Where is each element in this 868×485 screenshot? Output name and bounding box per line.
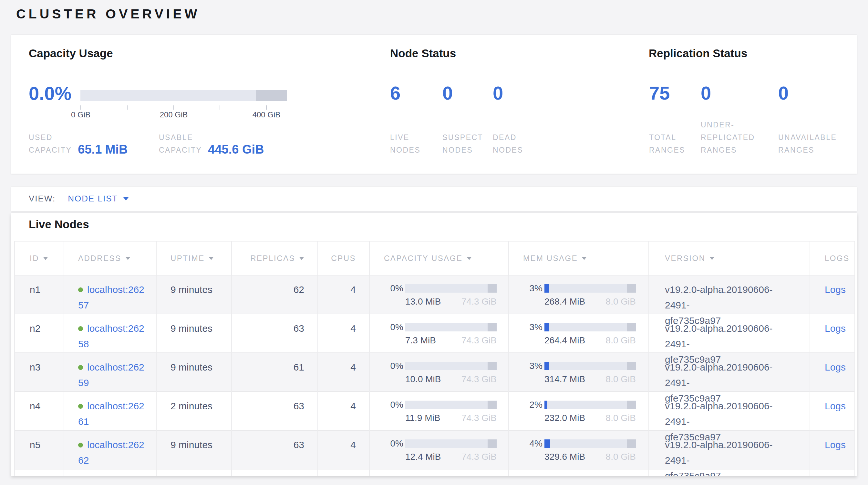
table-row-n3: n3localhost:262599 minutes6140%10.0 MiB7… [15, 352, 855, 391]
suspect-nodes-count: 0 [442, 83, 483, 103]
mem-used-value: 268.4 MiB [545, 296, 585, 307]
node-logs-link[interactable]: Logs [825, 439, 846, 450]
column-header-mem-usage[interactable]: MEM USAGE [508, 241, 648, 275]
column-header-address[interactable]: ADDRESS [64, 241, 156, 275]
sort-desc-icon [582, 257, 587, 260]
capacity-usage-bar-row: 0% [384, 361, 508, 371]
sort-desc-icon [299, 257, 304, 260]
node-logs-link[interactable]: Logs [825, 401, 846, 411]
capacity-usage-widget: 0%7.3 MiB74.3 GiB [370, 314, 508, 346]
dead-nodes-count: 0 [493, 83, 523, 103]
partial-cell [64, 469, 156, 476]
capacity-usage-bar-row: 0% [384, 438, 508, 449]
partial-cell [648, 469, 810, 476]
mem-usage-values: 268.4 MiB8.0 GiB [545, 296, 636, 307]
capacity-usage-bar [405, 323, 497, 332]
used-capacity-value: 65.1 MiB [78, 143, 128, 156]
node-address-link[interactable]: localhost:26259 [78, 362, 144, 388]
node-address-link[interactable]: localhost:26261 [78, 401, 144, 427]
column-header-replicas[interactable]: REPLICAS [231, 241, 317, 275]
view-dropdown[interactable]: NODE LIST [68, 194, 129, 204]
live-nodes-stat: 6 LIVE NODES [390, 83, 421, 156]
node-logs-cell: Logs [810, 431, 856, 476]
capacity-usage-bar [81, 90, 287, 101]
under-replicated-label: UNDER- REPLICATED RANGES [701, 119, 755, 156]
mem-usage-bar [545, 401, 636, 409]
view-label: VIEW: [29, 194, 56, 204]
sort-desc-icon [209, 257, 214, 260]
column-header-label: VERSION [665, 254, 706, 263]
table-row-n4: n4localhost:262612 minutes6340%11.9 MiB7… [15, 391, 855, 430]
capacity-usage-bar-cap-segment [488, 362, 497, 370]
table-row-n5: n5localhost:262629 minutes6340%12.4 MiB7… [15, 430, 855, 469]
mem-total-value: 8.0 GiB [606, 374, 636, 385]
capacity-total-value: 74.3 GiB [461, 335, 497, 346]
column-header-id[interactable]: ID [15, 241, 64, 275]
usable-capacity-stat: USABLE CAPACITY 445.6 GiB [159, 133, 264, 156]
capacity-usage-values: 13.0 MiB74.3 GiB [405, 296, 497, 307]
page-title: CLUSTER OVERVIEW [16, 6, 200, 21]
live-nodes-table: IDADDRESSUPTIMEREPLICASCPUSCAPACITY USAG… [14, 241, 855, 476]
table-row-partial [15, 469, 855, 476]
mem-usage-percent: 3% [523, 322, 542, 333]
capacity-usage-bar-cap-segment [488, 439, 497, 448]
mem-usage-widget: 3%268.4 MiB8.0 GiB [509, 276, 648, 307]
node-live-status-icon [78, 287, 83, 292]
mem-usage-bar-fill [545, 323, 549, 332]
node-logs-link[interactable]: Logs [825, 284, 846, 295]
mem-total-value: 8.0 GiB [606, 335, 636, 346]
axis-label-200: 200 GiB [160, 110, 188, 119]
suspect-nodes-stat: 0 SUSPECT NODES [442, 83, 483, 156]
capacity-usage-values: 7.3 MiB74.3 GiB [405, 335, 497, 346]
partial-cell [369, 469, 508, 476]
sort-desc-icon [467, 257, 472, 260]
column-header-version[interactable]: VERSION [648, 241, 810, 275]
sort-desc-icon [125, 257, 130, 260]
chevron-down-icon [123, 197, 129, 200]
mem-usage-bar-cap-segment [627, 323, 636, 332]
column-header-label: ADDRESS [78, 254, 121, 263]
capacity-used-value: 13.0 MiB [405, 296, 441, 307]
node-address-link[interactable]: localhost:26257 [78, 284, 144, 310]
node-logs-link[interactable]: Logs [825, 323, 846, 334]
capacity-total-value: 74.3 GiB [461, 296, 497, 307]
column-header-capacity-usage[interactable]: CAPACITY USAGE [369, 241, 508, 275]
axis-tick [127, 106, 128, 110]
used-capacity-stat: USED CAPACITY 65.1 MiB [29, 133, 128, 156]
axis-tick [174, 106, 174, 110]
capacity-usage-cell: 0%12.4 MiB74.3 GiB [369, 431, 508, 476]
live-nodes-label: LIVE NODES [390, 131, 421, 156]
capacity-usage-percent: 0% [384, 361, 403, 371]
partial-cell [810, 469, 856, 476]
capacity-used-value: 7.3 MiB [405, 335, 436, 346]
node-address-link[interactable]: localhost:26258 [78, 323, 144, 349]
column-header-label: ID [30, 254, 39, 263]
capacity-usage-widget: 0%10.0 MiB74.3 GiB [370, 353, 508, 385]
view-dropdown-value[interactable]: NODE LIST [68, 194, 118, 204]
sort-desc-icon [43, 257, 48, 260]
capacity-total-value: 74.3 GiB [461, 412, 497, 424]
table-row-n2: n2localhost:262589 minutes6340%7.3 MiB74… [15, 314, 855, 352]
node-address-link[interactable]: localhost:26262 [78, 439, 144, 465]
mem-used-value: 329.6 MiB [545, 451, 585, 462]
column-header-label: UPTIME [170, 254, 205, 263]
capacity-usage-bar [405, 284, 497, 293]
capacity-used-value: 12.4 MiB [405, 451, 441, 462]
node-logs-link[interactable]: Logs [825, 362, 846, 372]
capacity-total-value: 74.3 GiB [461, 451, 497, 462]
capacity-usage-values: 11.9 MiB74.3 GiB [405, 412, 497, 424]
mem-usage-percent: 2% [523, 400, 542, 410]
capacity-usage-bar-cap-segment [488, 401, 497, 409]
column-header-uptime[interactable]: UPTIME [156, 241, 231, 275]
column-header-label: CPUS [331, 254, 356, 263]
node-version-cell: v19.2.0-alpha.20190606-2491-gfe735c9a97 [648, 431, 810, 476]
mem-used-value: 314.7 MiB [545, 374, 585, 385]
capacity-bar-unusable-segment [256, 90, 287, 101]
usable-capacity-label: USABLE CAPACITY [159, 131, 202, 156]
node-address-cell: localhost:26262 [64, 431, 156, 476]
mem-usage-values: 232.0 MiB8.0 GiB [545, 412, 636, 424]
used-capacity-label: USED CAPACITY [29, 131, 72, 156]
axis-label-400: 400 GiB [252, 110, 281, 119]
mem-usage-bar [545, 323, 636, 332]
capacity-usage-title: Capacity Usage [29, 47, 113, 60]
